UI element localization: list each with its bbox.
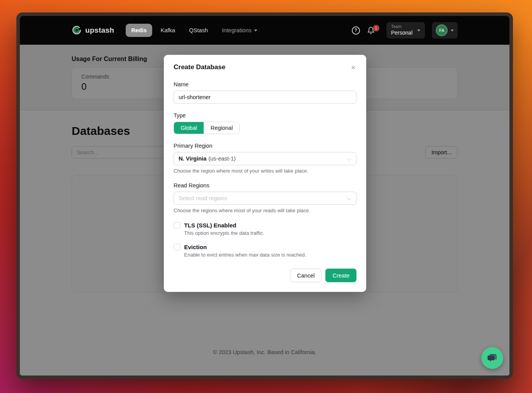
- read-regions-placeholder: Select read regions: [179, 195, 227, 201]
- brand-name: upstash: [85, 26, 114, 35]
- main-nav: Redis Kafka QStash Integrations: [126, 24, 263, 37]
- team-selector[interactable]: Team Personal: [386, 22, 425, 38]
- primary-region-group: Primary Region N. Virginia (us-east-1) C…: [174, 143, 356, 174]
- nav-tab-redis[interactable]: Redis: [126, 24, 152, 37]
- tls-help: This option encrypts the data traffic.: [184, 230, 356, 236]
- app-window: upstash Redis Kafka QStash Integrations …: [16, 12, 513, 379]
- primary-region-help: Choose the region where most of your wri…: [174, 168, 356, 174]
- name-label: Name: [174, 81, 356, 87]
- cancel-button[interactable]: Cancel: [290, 269, 321, 282]
- eviction-checkbox-row[interactable]: Eviction: [174, 244, 356, 250]
- type-option-global[interactable]: Global: [174, 122, 204, 134]
- database-name-input[interactable]: [174, 91, 356, 104]
- create-database-modal: Create Database ✕ Name Type Global Regio…: [164, 55, 366, 292]
- eviction-help: Enable to evict entries when max data si…: [184, 252, 356, 258]
- avatar: FA: [436, 24, 448, 36]
- primary-region-select[interactable]: N. Virginia (us-east-1): [174, 152, 356, 165]
- upstash-spiral-icon: [72, 25, 82, 35]
- tls-checkbox-row[interactable]: TLS (SSL) Enabled: [174, 222, 356, 229]
- account-menu[interactable]: FA: [432, 22, 458, 38]
- chat-icon: [486, 352, 498, 364]
- tls-label: TLS (SSL) Enabled: [184, 222, 236, 229]
- type-option-regional[interactable]: Regional: [204, 122, 239, 134]
- eviction-checkbox[interactable]: [174, 244, 180, 250]
- chevron-down-icon: [451, 30, 454, 31]
- chevron-down-icon: [254, 30, 257, 31]
- chevron-down-icon: [347, 196, 351, 201]
- type-field-group: Type Global Regional: [174, 112, 356, 134]
- read-regions-group: Read Regions Select read regions Choose …: [174, 182, 356, 213]
- type-segmented-control: Global Regional: [174, 122, 240, 134]
- read-regions-help: Choose the regions where most of your re…: [174, 208, 356, 213]
- primary-region-label: Primary Region: [174, 143, 356, 149]
- eviction-option-group: Eviction Enable to evict entries when ma…: [174, 244, 356, 258]
- chat-widget-button[interactable]: [481, 347, 503, 369]
- read-regions-select[interactable]: Select read regions: [174, 192, 356, 205]
- type-label: Type: [174, 112, 356, 119]
- name-field-group: Name: [174, 81, 356, 104]
- tls-checkbox[interactable]: [174, 222, 180, 229]
- upstash-logo[interactable]: upstash: [72, 25, 114, 35]
- primary-region-value: N. Virginia: [179, 155, 206, 162]
- read-regions-label: Read Regions: [174, 182, 356, 189]
- modal-title: Create Database: [174, 63, 225, 71]
- team-value: Personal: [391, 30, 413, 37]
- top-navbar: upstash Redis Kafka QStash Integrations …: [20, 16, 509, 45]
- tls-option-group: TLS (SSL) Enabled This option encrypts t…: [174, 222, 356, 236]
- close-icon[interactable]: ✕: [350, 64, 356, 71]
- eviction-label: Eviction: [184, 244, 207, 250]
- help-icon[interactable]: ?: [352, 26, 360, 35]
- nav-tab-integrations[interactable]: Integrations: [216, 24, 263, 37]
- primary-region-code: (us-east-1): [208, 155, 235, 162]
- nav-tab-qstash[interactable]: QStash: [184, 24, 213, 37]
- notifications-button[interactable]: 1: [367, 26, 375, 35]
- nav-tab-kafka[interactable]: Kafka: [155, 24, 181, 37]
- chevron-down-icon: [417, 30, 420, 31]
- chevron-down-icon: [347, 156, 351, 161]
- create-button[interactable]: Create: [325, 269, 356, 282]
- notification-badge: 1: [373, 25, 379, 31]
- team-label: Team: [391, 24, 413, 30]
